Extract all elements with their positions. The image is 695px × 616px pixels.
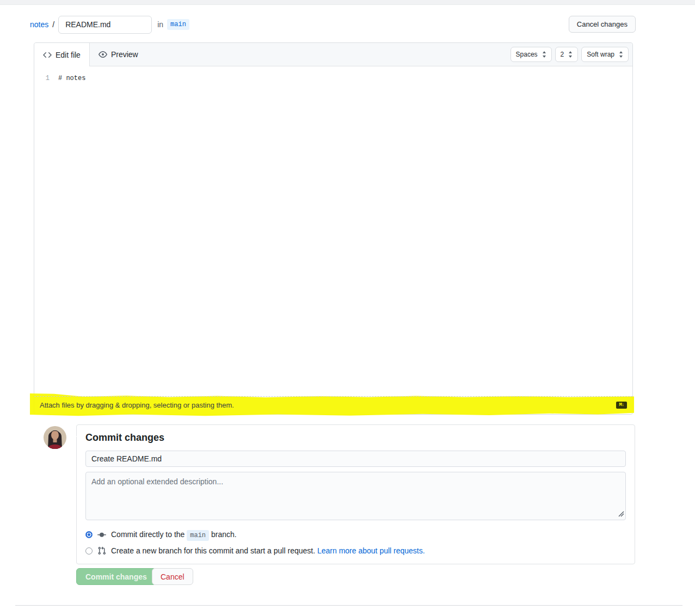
branch-badge: main	[187, 530, 209, 541]
radio-row-commit-direct: Commit directly to the main branch.	[85, 530, 626, 539]
commit-heading: Commit changes	[85, 432, 626, 443]
tab-edit-label: Edit file	[56, 51, 81, 59]
pull-requests-learn-more-link[interactable]: Learn more about pull requests.	[317, 546, 425, 555]
caret-updown-icon	[619, 51, 623, 58]
commit-form: Commit changes Commit directly to the ma…	[76, 424, 635, 564]
indent-size-value: 2	[561, 51, 564, 58]
wrap-mode-value: Soft wrap	[587, 51, 614, 58]
code-icon	[43, 51, 52, 59]
radio-new-branch[interactable]	[85, 547, 93, 555]
file-editor-page: notes / in main Cancel changes Edit file…	[0, 0, 695, 616]
eye-icon	[99, 50, 107, 59]
commit-direct-label: Commit directly to the main branch.	[111, 530, 237, 539]
attach-files-dropzone[interactable]: Attach files by dragging & dropping, sel…	[34, 396, 632, 414]
new-branch-label: Create a new branch for this commit and …	[111, 546, 425, 555]
radio-commit-direct[interactable]	[85, 531, 93, 538]
cancel-changes-button[interactable]: Cancel changes	[569, 16, 636, 33]
tab-edit-file[interactable]: Edit file	[34, 43, 90, 66]
editor-settings-toolbar: Spaces 2 Soft wrap	[511, 43, 632, 66]
commit-message-input[interactable]	[85, 451, 626, 467]
line-content: # notes	[58, 73, 85, 83]
indent-mode-value: Spaces	[516, 51, 538, 58]
indent-size-select[interactable]: 2	[555, 47, 579, 62]
header-bottom-strip	[0, 0, 695, 5]
git-pull-request-icon	[97, 546, 106, 555]
speech-caret-fill	[73, 433, 79, 440]
caret-updown-icon	[568, 51, 573, 58]
file-editor-container: Edit file Preview Spaces 2	[34, 42, 633, 415]
attach-files-text: Attach files by dragging & dropping, sel…	[40, 401, 234, 409]
breadcrumb: notes / in main	[30, 15, 189, 34]
commit-description-wrap	[85, 472, 626, 522]
avatar	[44, 426, 66, 449]
indent-mode-select[interactable]: Spaces	[511, 47, 552, 62]
radio-row-new-branch: Create a new branch for this commit and …	[85, 546, 626, 555]
breadcrumb-separator: /	[52, 20, 54, 29]
editor-tab-bar: Edit file Preview Spaces 2	[34, 43, 632, 66]
code-line: 1 # notes	[34, 73, 632, 83]
dropzone-dashed-border	[34, 396, 632, 397]
markdown-icon[interactable]: M↓	[616, 402, 627, 409]
git-commit-icon	[97, 531, 106, 539]
line-number: 1	[34, 73, 58, 83]
commit-description-textarea[interactable]	[85, 472, 626, 520]
footer-divider	[15, 605, 682, 606]
commit-cancel-button[interactable]: Cancel	[152, 568, 193, 585]
resize-grip-icon[interactable]	[618, 509, 624, 519]
caret-updown-icon	[542, 51, 546, 58]
filename-input[interactable]	[58, 16, 152, 34]
branch-badge: main	[167, 19, 189, 30]
tab-preview-label: Preview	[111, 50, 138, 59]
tab-preview[interactable]: Preview	[90, 43, 147, 66]
in-label: in	[157, 20, 163, 29]
code-editor[interactable]: 1 # notes	[34, 66, 632, 396]
wrap-mode-select[interactable]: Soft wrap	[581, 47, 629, 62]
repo-link[interactable]: notes	[30, 20, 48, 29]
commit-changes-button[interactable]: Commit changes	[76, 568, 156, 585]
